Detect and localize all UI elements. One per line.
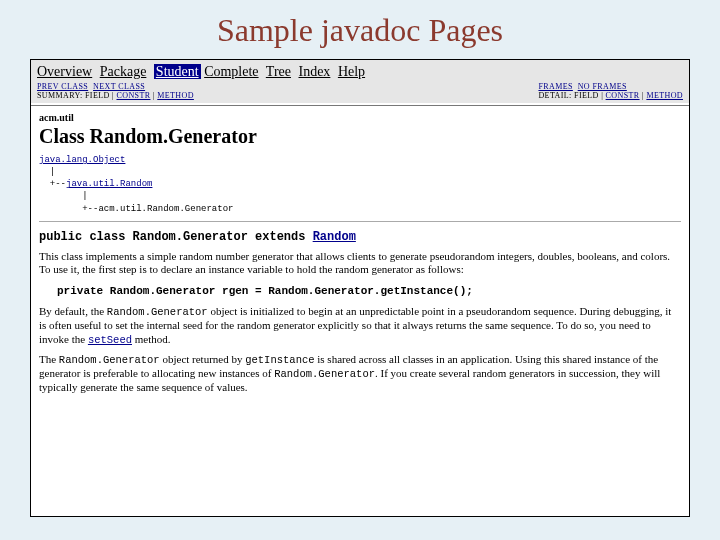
divider: [31, 105, 689, 106]
decl-text: public class Random.Generator extends: [39, 230, 313, 244]
nav-overview[interactable]: Overview: [37, 64, 92, 79]
class-hierarchy: java.lang.Object | +--java.util.Random |…: [39, 154, 681, 215]
package-name: acm.util: [39, 112, 681, 123]
slide-title: Sample javadoc Pages: [0, 0, 720, 59]
code-ref: Random.Generator: [59, 354, 160, 366]
frames-link[interactable]: FRAMES: [538, 82, 572, 91]
nav-package[interactable]: Package: [100, 64, 147, 79]
hierarchy-leaf: +--acm.util.Random.Generator: [39, 204, 233, 214]
subnav-right: FRAMES NO FRAMES DETAIL: FIELD | CONSTR …: [538, 82, 683, 100]
summary-constr-link[interactable]: CONSTR: [116, 91, 150, 100]
nav-index[interactable]: Index: [298, 64, 330, 79]
text: method.: [132, 333, 171, 345]
code-ref: Random.Generator: [107, 306, 208, 318]
detail-label: DETAIL:: [538, 91, 574, 100]
subnav: PREV CLASS NEXT CLASS SUMMARY: FIELD | C…: [31, 81, 689, 103]
text: object returned by: [160, 353, 246, 365]
code-ref: getInstance: [245, 354, 314, 366]
navbar: Overview Package Student Complete Tree I…: [31, 60, 689, 81]
detail-method-link[interactable]: METHOD: [646, 91, 683, 100]
code-example: private Random.Generator rgen = Random.G…: [57, 285, 681, 297]
shared-paragraph: The Random.Generator object returned by …: [39, 353, 681, 395]
hierarchy-line: |: [39, 167, 55, 177]
class-title: Class Random.Generator: [39, 125, 681, 148]
prev-class-link[interactable]: PREV CLASS: [37, 82, 88, 91]
setseed-link[interactable]: setSeed: [88, 334, 132, 346]
javadoc-frame: Overview Package Student Complete Tree I…: [30, 59, 690, 517]
code-ref: Random.Generator: [274, 368, 375, 380]
nav-help[interactable]: Help: [338, 64, 365, 79]
text: By default, the: [39, 305, 107, 317]
nav-complete[interactable]: Complete: [204, 64, 258, 79]
intro-paragraph: This class implements a simple random nu…: [39, 250, 681, 278]
divider: [39, 221, 681, 222]
detail-field: FIELD: [574, 91, 599, 100]
text: The: [39, 353, 59, 365]
hierarchy-branch: +--: [39, 179, 66, 189]
summary-field: FIELD: [85, 91, 110, 100]
class-declaration: public class Random.Generator extends Ra…: [39, 230, 681, 244]
summary-method-link[interactable]: METHOD: [157, 91, 194, 100]
detail-constr-link[interactable]: CONSTR: [606, 91, 640, 100]
hierarchy-line: |: [39, 191, 88, 201]
decl-random-link[interactable]: Random: [313, 230, 356, 244]
hierarchy-random-link[interactable]: java.util.Random: [66, 179, 152, 189]
nav-tree[interactable]: Tree: [266, 64, 291, 79]
noframes-link[interactable]: NO FRAMES: [578, 82, 627, 91]
nav-selected[interactable]: Student: [154, 64, 201, 79]
summary-label: SUMMARY:: [37, 91, 85, 100]
hierarchy-object-link[interactable]: java.lang.Object: [39, 155, 125, 165]
subnav-left: PREV CLASS NEXT CLASS SUMMARY: FIELD | C…: [37, 82, 194, 100]
next-class-link[interactable]: NEXT CLASS: [93, 82, 145, 91]
seed-paragraph: By default, the Random.Generator object …: [39, 305, 681, 347]
content: acm.util Class Random.Generator java.lan…: [31, 108, 689, 409]
